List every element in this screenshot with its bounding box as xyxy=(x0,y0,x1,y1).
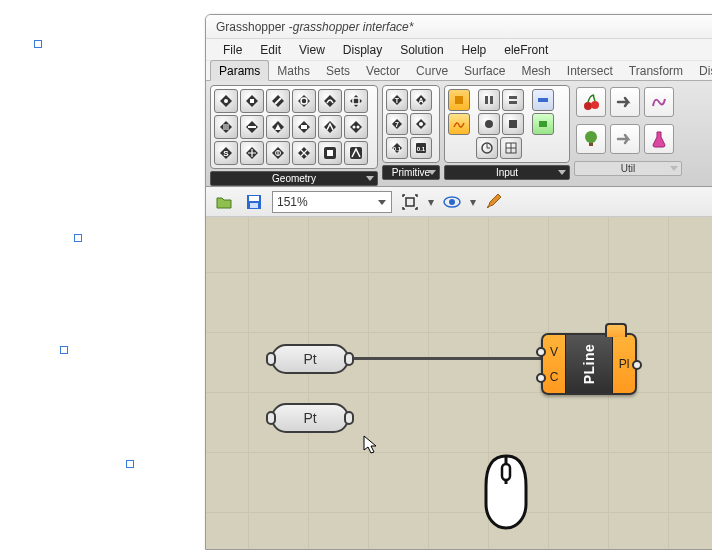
prim-icon[interactable]: 0.1 xyxy=(410,137,432,159)
panel-label-input[interactable]: Input xyxy=(444,165,570,180)
selection-handle[interactable] xyxy=(60,346,68,354)
geom-icon[interactable] xyxy=(214,115,238,139)
util-icon-arrow2[interactable] xyxy=(610,124,640,154)
tab-surface[interactable]: Surface xyxy=(456,61,513,80)
svg-rect-44 xyxy=(485,96,488,104)
input-icon[interactable] xyxy=(476,137,498,159)
prim-icon[interactable] xyxy=(410,113,432,135)
geom-icon[interactable] xyxy=(240,115,264,139)
util-icon-scribble[interactable] xyxy=(644,87,674,117)
util-icon-cherries[interactable] xyxy=(576,87,606,117)
menu-help[interactable]: Help xyxy=(453,40,496,60)
geom-icon[interactable] xyxy=(240,89,264,113)
open-file-icon[interactable] xyxy=(212,190,236,214)
tab-vector[interactable]: Vector xyxy=(358,61,408,80)
input-icon[interactable] xyxy=(478,89,500,111)
menu-display[interactable]: Display xyxy=(334,40,391,60)
tab-display[interactable]: Display xyxy=(691,61,712,80)
menu-view[interactable]: View xyxy=(290,40,334,60)
menu-solution[interactable]: Solution xyxy=(391,40,452,60)
param-point-1[interactable]: Pt xyxy=(271,344,349,374)
svg-rect-3 xyxy=(250,99,254,103)
grasshopper-window: Grasshopper - grasshopper interface* Fil… xyxy=(205,14,712,550)
svg-point-59 xyxy=(591,101,599,109)
geom-icon[interactable] xyxy=(318,89,342,113)
geom-icon[interactable] xyxy=(266,141,290,165)
util-icon-flask[interactable] xyxy=(644,124,674,154)
menu-elefront[interactable]: eleFront xyxy=(495,40,557,60)
geom-icon[interactable] xyxy=(292,115,316,139)
preview-eye-icon[interactable] xyxy=(440,190,464,214)
geom-icon[interactable] xyxy=(292,89,316,113)
menubar: File Edit View Display Solution Help ele… xyxy=(206,39,712,61)
input-icon[interactable] xyxy=(448,113,470,135)
geom-icon[interactable] xyxy=(344,115,368,139)
canvas[interactable]: Pt Pt V C PLine Pl xyxy=(206,217,712,550)
svg-rect-50 xyxy=(509,120,517,128)
component-port-in-c[interactable] xyxy=(536,373,546,383)
input-icon[interactable] xyxy=(500,137,522,159)
input-icon[interactable] xyxy=(532,113,554,135)
input-icon[interactable] xyxy=(532,89,554,111)
geom-icon[interactable] xyxy=(240,141,264,165)
param-point-2[interactable]: Pt xyxy=(271,403,349,433)
tab-transform[interactable]: Transform xyxy=(621,61,691,80)
titlebar[interactable]: Grasshopper - grasshopper interface* xyxy=(206,15,712,39)
selection-handle[interactable] xyxy=(74,234,82,242)
dropdown-caret-icon[interactable]: ▾ xyxy=(470,195,476,209)
param-output-grip[interactable] xyxy=(344,411,354,425)
component-port-out-pl[interactable] xyxy=(632,360,642,370)
dropdown-caret-icon[interactable]: ▾ xyxy=(428,195,434,209)
tab-curve[interactable]: Curve xyxy=(408,61,456,80)
prim-icon[interactable]: T xyxy=(386,89,408,111)
wire[interactable] xyxy=(346,357,546,360)
tab-intersect[interactable]: Intersect xyxy=(559,61,621,80)
panel-label-util[interactable]: Util xyxy=(574,161,682,176)
panel-label-primitive[interactable]: Primitive xyxy=(382,165,440,180)
svg-point-67 xyxy=(449,199,455,205)
geom-icon[interactable] xyxy=(318,141,342,165)
param-input-grip[interactable] xyxy=(266,411,276,425)
geom-icon[interactable] xyxy=(344,141,368,165)
prim-icon[interactable]: 0.1 xyxy=(386,137,408,159)
util-icon-arrow[interactable] xyxy=(610,87,640,117)
svg-text:A: A xyxy=(418,97,423,104)
tab-mesh[interactable]: Mesh xyxy=(513,61,558,80)
svg-text:S: S xyxy=(223,149,229,158)
geom-icon[interactable] xyxy=(318,115,342,139)
menu-file[interactable]: File xyxy=(214,40,251,60)
param-input-grip[interactable] xyxy=(266,352,276,366)
menu-edit[interactable]: Edit xyxy=(251,40,290,60)
input-icon[interactable] xyxy=(502,89,524,111)
zoom-combobox[interactable]: 151% xyxy=(272,191,392,213)
tab-sets[interactable]: Sets xyxy=(318,61,358,80)
prim-icon[interactable]: 7 xyxy=(386,113,408,135)
svg-marker-18 xyxy=(350,121,362,133)
geom-icon[interactable] xyxy=(292,141,316,165)
input-icon[interactable] xyxy=(502,113,524,135)
prim-icon[interactable]: A xyxy=(410,89,432,111)
tab-maths[interactable]: Maths xyxy=(269,61,318,80)
save-icon[interactable] xyxy=(242,190,266,214)
svg-rect-65 xyxy=(406,198,414,206)
param-output-grip[interactable] xyxy=(344,352,354,366)
component-port-in-v[interactable] xyxy=(536,347,546,357)
geom-icon[interactable] xyxy=(266,89,290,113)
tab-params[interactable]: Params xyxy=(210,60,269,81)
input-icon[interactable] xyxy=(478,113,500,135)
svg-rect-16 xyxy=(301,125,307,129)
param-label: Pt xyxy=(303,410,316,426)
selection-handle[interactable] xyxy=(34,40,42,48)
geom-icon[interactable] xyxy=(344,89,368,113)
input-icon[interactable] xyxy=(448,89,470,111)
zoom-extents-icon[interactable] xyxy=(398,190,422,214)
geom-icon[interactable]: S xyxy=(214,141,238,165)
geom-icon[interactable] xyxy=(214,89,238,113)
svg-point-38 xyxy=(419,122,423,126)
sketch-pencil-icon[interactable] xyxy=(482,190,506,214)
geom-icon[interactable] xyxy=(266,115,290,139)
panel-label-geometry[interactable]: Geometry xyxy=(210,171,378,186)
selection-handle[interactable] xyxy=(126,460,134,468)
util-icon-tree[interactable] xyxy=(576,124,606,154)
component-pline[interactable]: V C PLine Pl xyxy=(541,333,637,395)
